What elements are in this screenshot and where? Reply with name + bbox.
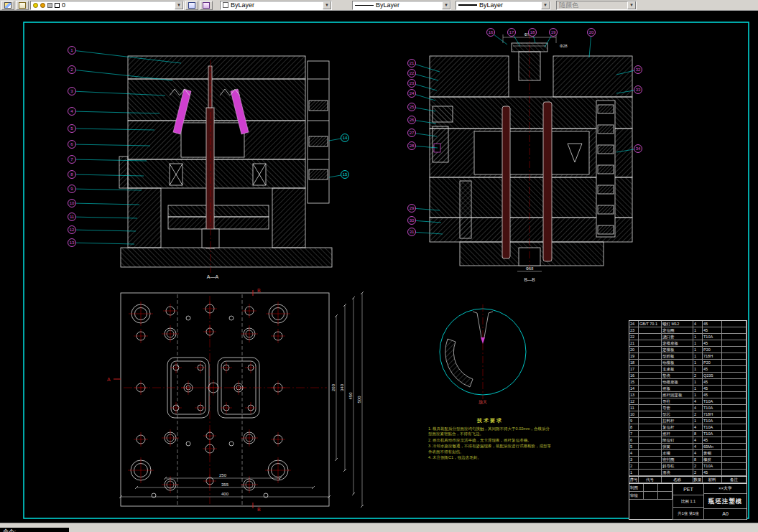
bom-row: 22浇口套1T10A (629, 334, 747, 340)
section-b-label: B—B (524, 277, 535, 282)
svg-text:34: 34 (636, 146, 641, 151)
svg-text:25: 25 (410, 105, 415, 109)
color-combo[interactable]: ByLayer ▼ (220, 1, 332, 10)
svg-text:33: 33 (636, 88, 641, 92)
linetype-combo[interactable]: ByLayer ▼ (352, 1, 451, 10)
bom-row: 10型芯2718H (629, 411, 747, 418)
bom-row: 24GB/T 70.1螺钉 M12445 (629, 321, 747, 327)
bom-row: 19型腔板1718H (629, 353, 747, 360)
svg-text:12: 12 (70, 228, 75, 232)
sun-icon (40, 3, 45, 8)
layer-combo-value: 0 (62, 1, 172, 9)
sheet-cell: 共1张 第1张 (673, 508, 703, 520)
hole-feature (229, 442, 234, 446)
svg-text:355: 355 (221, 482, 229, 487)
hole-feature (181, 381, 195, 395)
core-pin (543, 102, 552, 261)
svg-text:22: 22 (410, 71, 415, 75)
color-combo-value: ByLayer (231, 1, 320, 9)
bom-rows: 24GB/T 70.1螺钉 M1244523定位圈14522浇口套1T10A21… (629, 321, 747, 476)
section-a-label: A—A (207, 274, 219, 279)
plotstyle-combo: 随颜色 ▼ (556, 1, 637, 10)
drawing-title-cell: 瓶坯注塑模 (704, 494, 747, 509)
chevron-down-icon[interactable]: ▼ (175, 1, 183, 9)
svg-text:31: 31 (410, 230, 415, 234)
bulb-icon (33, 3, 38, 8)
chevron-down-icon[interactable]: ▼ (442, 1, 450, 9)
svg-text:20: 20 (589, 30, 594, 34)
svg-text:29: 29 (410, 206, 415, 210)
svg-text:19: 19 (551, 30, 556, 34)
svg-text:500: 500 (357, 396, 361, 403)
hole-feature (231, 381, 246, 395)
part-balloon: 20 (588, 29, 596, 58)
bom-row: 11导套4T10A (629, 405, 747, 411)
chevron-down-icon: ▼ (627, 1, 636, 9)
title-block-right: ××大学 瓶坯注塑模 A0 (703, 484, 747, 520)
dimension: 355 (135, 482, 315, 489)
tech-note: 2. 推出机构动作应灵活平稳，无卡滞现象，推杆复位准确。 (428, 438, 552, 443)
tech-notes-list: 1. 模具装配后分型面应均匀接触，其间隙不得大于0.02mm，合模后分型面应紧密… (428, 426, 552, 461)
chevron-down-icon[interactable]: ▼ (541, 1, 550, 9)
tech-note: 3. 冷却水路应畅通，不得有渗漏现象，装配后应进行试模检验，成型零件表面不得有划… (428, 444, 552, 454)
bom-row: 7推杆8T10A (629, 431, 747, 437)
make-object-layer-current-button[interactable] (185, 1, 198, 10)
command-line-text[interactable]: 命令: (0, 528, 69, 532)
technical-requirements: 技术要求 1. 模具装配后分型面应均匀接触，其间隙不得大于0.02mm，合模后分… (428, 417, 552, 462)
lineweight-sample (458, 4, 477, 6)
sign-label: 制图 (629, 484, 644, 491)
hole-feature (271, 432, 285, 447)
section-arrow-label: B (257, 288, 261, 293)
hole-feature (186, 442, 190, 446)
parts-list: 24GB/T 70.1螺钉 M1244523定位圈14522浇口套1T10A21… (629, 320, 747, 520)
bom-row: 15动模座板145 (629, 379, 747, 386)
hole-feature (203, 475, 216, 487)
svg-text:24: 24 (410, 91, 415, 95)
hole-feature (271, 329, 285, 343)
lineweight-combo-value: ByLayer (479, 1, 539, 9)
svg-text:28: 28 (410, 144, 415, 148)
bom-row: 4水嘴4黄铜 (629, 450, 747, 457)
section-arrow-label: A (107, 377, 111, 382)
hole-feature (241, 476, 258, 493)
dimension: 340 (340, 304, 346, 472)
bom-row: 8复位杆4T10A (629, 424, 747, 431)
layer-states-button[interactable] (16, 1, 29, 10)
layer-combo[interactable]: 0 ▼ (30, 1, 184, 10)
bom-row: 2斜导柱2T10A (629, 463, 747, 470)
dimension-label: Φ28 (560, 44, 568, 48)
plotstyle-combo-value: 随颜色 (559, 1, 625, 9)
chevron-down-icon[interactable]: ▼ (323, 1, 331, 9)
svg-text:21: 21 (410, 61, 415, 65)
sign-label: 审核 (629, 492, 644, 499)
hole-feature (129, 302, 153, 326)
bom-row: 23定位圈145 (629, 327, 747, 334)
layer-previous-button[interactable] (200, 1, 213, 10)
hole-feature (203, 442, 217, 456)
sheet-size-cell: A0 (704, 509, 747, 520)
bom-row: 5弹簧465Mn (629, 444, 747, 450)
lineweight-combo[interactable]: ByLayer ▼ (456, 1, 550, 10)
linetype-combo-value: ByLayer (376, 1, 440, 9)
section-view-a-a (119, 56, 332, 273)
bom-row: 17支承板145 (629, 366, 747, 373)
svg-text:17: 17 (509, 30, 514, 34)
hole-feature (242, 304, 256, 318)
part-balloon: 16 (487, 29, 508, 45)
hole-feature (266, 302, 290, 326)
hole-feature (162, 325, 179, 342)
hole-feature (162, 429, 179, 447)
svg-text:250: 250 (219, 473, 227, 477)
bom-row: 13推杆固定板145 (629, 392, 747, 398)
object-properties-toolbar: 0 ▼ ByLayer ▼ ByLayer ▼ ByLayer ▼ 随颜色 ▼ (0, 0, 758, 11)
sheet-icon (188, 2, 195, 9)
color-swatch (223, 2, 228, 8)
hole-feature (203, 429, 216, 442)
svg-text:16: 16 (489, 30, 494, 34)
hole-feature (241, 325, 258, 342)
svg-text:400: 400 (221, 492, 229, 496)
part-balloon: 12 (68, 226, 137, 234)
layer-color-chip (55, 3, 60, 8)
hole-feature (265, 457, 291, 483)
layer-properties-button[interactable] (1, 1, 14, 10)
